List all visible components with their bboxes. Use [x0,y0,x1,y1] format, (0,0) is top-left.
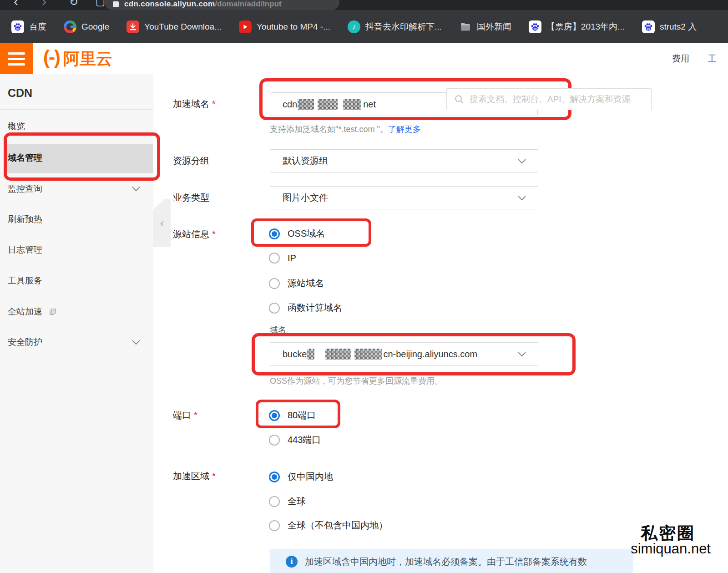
sidebar-title: CDN [8,86,32,100]
radio-selected-icon [269,228,280,239]
radio-region-global-ex-mainland[interactable]: 全球（不包含中国内地） [269,519,388,532]
redacted-blur [318,99,338,110]
sidebar-item-tools[interactable]: 工具服务 [0,274,153,288]
bookmark-piaofang[interactable]: du 【票房】2013年内... [529,20,625,33]
console-header: (-) 阿里云 费用 工 [0,43,728,74]
radio-region-global[interactable]: 全球 [269,495,306,507]
bookmark-douyin-tool[interactable]: ♪ 抖音去水印解析下... [348,20,442,33]
watermark-domain: simiquan.net [631,541,711,557]
radio-icon [269,303,280,314]
field-label-oss-domain: 域名 [270,325,286,335]
bookmark-label: Youtube to MP4 -... [257,22,330,32]
chevron-down-icon [517,158,526,164]
required-asterisk: * [212,471,216,481]
redacted-blur [307,349,314,360]
douyin-icon: ♪ [348,20,360,33]
logo-bracket: (-) [43,46,60,68]
external-link-icon [49,308,57,316]
bookmark-label: 百度 [29,21,46,33]
browser-address-bar: ‹ › ↻ ▢ cdn.console.aliyun.com/domain/ad… [0,0,728,10]
required-asterisk: * [212,99,216,109]
url-domain: cdn.console.aliyun.com [124,0,215,9]
svg-text:du: du [647,27,650,30]
accel-domain-hint: 支持添加泛域名如"*.test.com "。了解更多 [270,124,421,135]
radio-region-mainland[interactable]: 仅中国内地 [269,471,333,483]
icp-notice-banner: i 加速区域含中国内地时，加速域名必须备案。由于工信部备案系统有数 [270,549,633,573]
menu-hamburger-button[interactable] [0,43,33,74]
radio-selected-icon [269,472,280,482]
learn-more-link[interactable]: 了解更多 [388,125,421,134]
svg-text:du: du [533,27,537,30]
sidebar-collapse-handle[interactable]: ‹ [153,199,171,247]
oss-bucket-select[interactable]: buckecn-beijing.aliyuncs.com [270,342,538,366]
radio-selected-icon [269,410,280,421]
field-label-resource-group: 资源分组 [173,155,209,167]
baidu-icon: du [11,20,24,33]
required-asterisk: * [194,410,197,420]
search-icon [454,94,464,104]
play-icon [239,20,252,33]
cdn-sidebar: CDN 概览 域名管理 监控查询 刷新预热 日志管理 工具服务 全站加速 安全防… [0,74,153,573]
radio-icon [269,278,280,289]
bookmark-google[interactable]: Google [64,20,109,33]
url-path: /domain/add/input [215,0,281,9]
header-partial-link[interactable]: 工 [708,43,717,74]
chevron-down-icon [131,186,141,192]
radio-origin-ip[interactable]: IP [269,253,296,264]
field-label-port: 端口* [173,409,197,421]
field-label-business-type: 业务类型 [173,192,209,204]
bookmark-label: 抖音去水印解析下... [365,21,442,33]
required-asterisk: * [212,229,216,239]
resource-group-select[interactable]: 默认资源组 [270,149,538,172]
radio-icon [269,520,280,531]
field-label-accel-domain: 加速域名* [173,98,216,110]
oss-origin-hint: OSS作为源站，可为您节省更多回源流量费用。 [270,375,443,386]
back-icon[interactable]: ‹ [14,0,18,9]
bookmark-label: Google [81,22,109,32]
divider [0,109,153,110]
sidebar-item-log-management[interactable]: 日志管理 [0,243,153,257]
radio-origin-function-compute[interactable]: 函数计算域名 [269,302,342,314]
sidebar-item-monitoring[interactable]: 监控查询 [0,182,153,196]
bookmark-page-icon[interactable]: ▢ [96,0,105,8]
bookmark-youtube-downloader[interactable]: YouTube Downloa... [126,20,222,33]
sidebar-item-overview[interactable]: 概览 [0,119,153,134]
chevron-down-icon [517,195,526,201]
bookmark-baidu[interactable]: du 百度 [11,20,46,33]
sidebar-item-dcdn[interactable]: 全站加速 [0,304,153,319]
bookmark-struts2[interactable]: du struts2 入 [642,20,697,33]
field-label-region: 加速区域* [173,470,216,482]
sidebar-item-security[interactable]: 安全防护 [0,335,153,350]
sidebar-item-refresh-prefetch[interactable]: 刷新预热 [0,212,153,227]
baidu-icon: du [529,20,541,33]
sidebar-item-domain-management[interactable]: 域名管理 [0,151,153,165]
notice-text: 加速区域含中国内地时，加速域名必须备案。由于工信部备案系统有数 [305,556,587,568]
svg-text:du: du [16,27,20,30]
redacted-blur [343,99,361,110]
billing-link[interactable]: 费用 [672,43,689,74]
bookmark-label: struts2 入 [660,21,697,33]
console-search[interactable] [446,88,652,110]
radio-port-443[interactable]: 443端口 [269,434,321,446]
cdn-add-domain-page: ‹ › ↻ ▢ cdn.console.aliyun.com/domain/ad… [0,0,728,573]
redacted-blur [325,349,351,360]
business-type-select[interactable]: 图片小文件 [270,186,538,209]
redacted-blur [354,349,382,360]
bookmark-label: 【票房】2013年内... [546,21,625,33]
forward-icon[interactable]: › [42,0,46,9]
baidu-icon: du [642,20,655,33]
radio-port-80[interactable]: 80端口 [269,409,316,421]
bookmark-folder-foreign-news[interactable]: 国外新闻 [459,20,511,33]
reload-icon[interactable]: ↻ [69,0,78,8]
url-field[interactable]: cdn.console.aliyun.com/domain/add/input [105,0,339,10]
radio-origin-oss[interactable]: OSS域名 [269,228,325,240]
field-label-origin-info: 源站信息* [173,228,216,240]
logo-text: 阿里云 [63,48,112,70]
radio-origin-domain[interactable]: 源站域名 [269,277,324,289]
aliyun-logo: (-) 阿里云 [43,43,112,74]
search-input[interactable] [470,94,644,104]
bookmark-youtube-mp4[interactable]: Youtube to MP4 -... [239,20,330,33]
chevron-down-icon [517,351,526,357]
bookmark-label: 国外新闻 [477,21,511,33]
bookmarks-bar: du 百度 Google YouTube Downloa... Youtube … [0,10,728,43]
